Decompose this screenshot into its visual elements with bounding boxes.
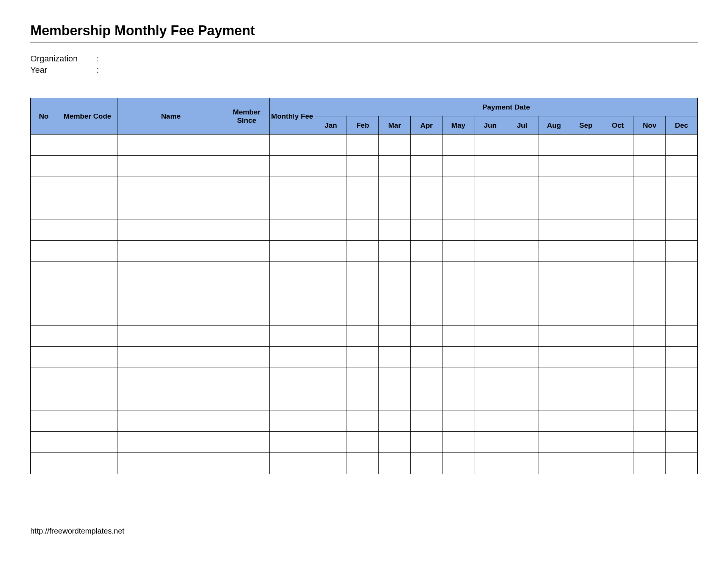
header-month-feb: Feb — [347, 116, 379, 135]
table-cell — [411, 241, 442, 262]
table-cell — [118, 432, 224, 453]
header-month-mar: Mar — [379, 116, 411, 135]
table-cell — [602, 410, 634, 432]
colon: : — [97, 54, 104, 64]
table-cell — [118, 177, 224, 198]
table-cell — [474, 219, 506, 241]
table-cell — [270, 410, 315, 432]
table-cell — [474, 453, 506, 474]
table-cell — [315, 156, 347, 177]
table-cell — [224, 410, 270, 432]
table-cell — [442, 432, 474, 453]
table-cell — [602, 432, 634, 453]
table-cell — [538, 283, 570, 304]
table-cell — [570, 347, 602, 368]
header-month-jan: Jan — [315, 116, 347, 135]
organization-label: Organization — [30, 54, 97, 64]
table-cell — [379, 135, 411, 156]
table-cell — [474, 304, 506, 326]
header-no: No — [31, 98, 57, 135]
table-cell — [347, 135, 379, 156]
table-cell — [379, 219, 411, 241]
table-cell — [118, 410, 224, 432]
table-cell — [411, 198, 442, 219]
table-cell — [506, 177, 538, 198]
table-cell — [379, 198, 411, 219]
table-cell — [379, 304, 411, 326]
table-cell — [570, 177, 602, 198]
table-row — [31, 262, 698, 283]
table-cell — [379, 347, 411, 368]
table-cell — [224, 262, 270, 283]
table-cell — [538, 410, 570, 432]
table-cell — [315, 410, 347, 432]
table-cell — [379, 389, 411, 410]
table-cell — [411, 283, 442, 304]
table-cell — [270, 219, 315, 241]
table-cell — [315, 198, 347, 219]
table-cell — [31, 135, 57, 156]
table-cell — [57, 304, 118, 326]
table-cell — [602, 283, 634, 304]
table-cell — [442, 347, 474, 368]
table-cell — [538, 156, 570, 177]
table-cell — [379, 326, 411, 347]
table-cell — [31, 241, 57, 262]
table-cell — [411, 347, 442, 368]
table-cell — [379, 453, 411, 474]
table-cell — [270, 347, 315, 368]
table-cell — [270, 304, 315, 326]
table-row — [31, 198, 698, 219]
table-cell — [570, 326, 602, 347]
table-cell — [506, 156, 538, 177]
table-cell — [538, 453, 570, 474]
table-cell — [634, 368, 665, 389]
table-cell — [31, 453, 57, 474]
table-row — [31, 177, 698, 198]
table-cell — [315, 432, 347, 453]
table-cell — [665, 135, 697, 156]
table-cell — [665, 304, 697, 326]
table-cell — [634, 156, 665, 177]
table-cell — [570, 283, 602, 304]
table-cell — [442, 262, 474, 283]
table-cell — [224, 241, 270, 262]
table-cell — [411, 432, 442, 453]
table-cell — [118, 304, 224, 326]
table-cell — [634, 135, 665, 156]
table-cell — [31, 304, 57, 326]
table-cell — [665, 389, 697, 410]
table-cell — [118, 135, 224, 156]
header-member-code: Member Code — [57, 98, 118, 135]
table-row — [31, 304, 698, 326]
table-cell — [57, 156, 118, 177]
footer-url: http://freewordtemplates.net — [30, 527, 124, 535]
table-cell — [602, 135, 634, 156]
table-row — [31, 453, 698, 474]
table-row — [31, 135, 698, 156]
table-cell — [665, 156, 697, 177]
table-cell — [31, 410, 57, 432]
table-cell — [665, 453, 697, 474]
table-cell — [347, 453, 379, 474]
table-cell — [411, 262, 442, 283]
table-cell — [570, 368, 602, 389]
table-cell — [31, 326, 57, 347]
table-cell — [118, 241, 224, 262]
table-cell — [602, 453, 634, 474]
table-cell — [665, 410, 697, 432]
table-cell — [57, 283, 118, 304]
table-cell — [57, 432, 118, 453]
table-cell — [347, 198, 379, 219]
table-row — [31, 368, 698, 389]
table-cell — [411, 326, 442, 347]
table-cell — [379, 177, 411, 198]
header-month-oct: Oct — [602, 116, 634, 135]
table-cell — [31, 347, 57, 368]
header-month-apr: Apr — [411, 116, 442, 135]
table-cell — [602, 219, 634, 241]
payment-table: No Member Code Name Member Since Monthly… — [30, 98, 698, 474]
table-cell — [31, 368, 57, 389]
table-row — [31, 241, 698, 262]
table-cell — [665, 241, 697, 262]
